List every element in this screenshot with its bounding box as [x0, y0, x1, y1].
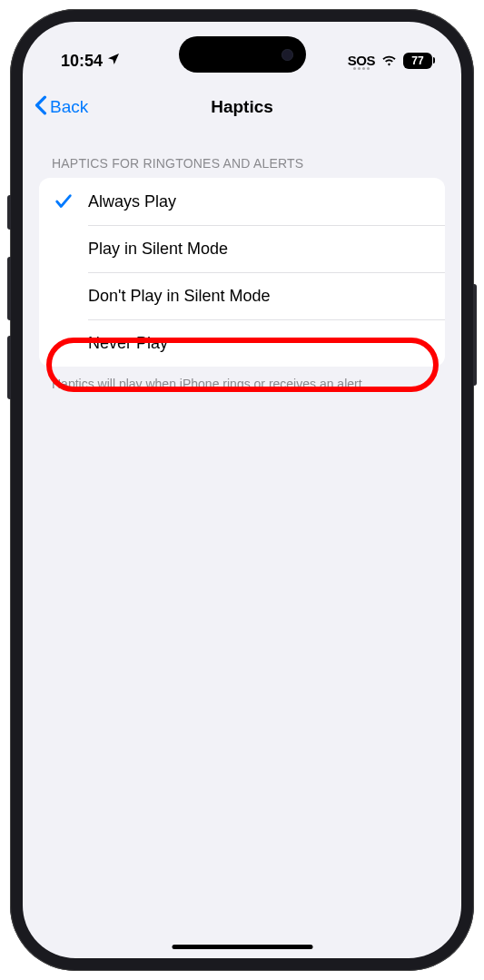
battery-percent: 77	[411, 54, 423, 67]
battery-icon: 77	[403, 53, 432, 69]
option-label: Never Play	[88, 334, 168, 353]
front-camera	[282, 49, 293, 61]
content: HAPTICS FOR RINGTONES AND ALERTS Always …	[23, 131, 461, 393]
power-button	[473, 284, 477, 386]
phone-frame: 10:54 SOS 77	[10, 9, 474, 971]
option-always-play[interactable]: Always Play	[39, 178, 445, 225]
dynamic-island	[179, 36, 306, 73]
checkmark-icon	[54, 191, 88, 211]
home-indicator[interactable]	[172, 945, 312, 949]
volume-up-button	[7, 257, 11, 320]
silent-switch	[7, 195, 11, 230]
back-button[interactable]: Back	[34, 95, 88, 120]
option-label: Don't Play in Silent Mode	[88, 287, 271, 306]
cellular-sos: SOS	[348, 53, 375, 70]
status-time: 10:54	[61, 52, 103, 71]
back-label: Back	[50, 97, 88, 117]
wifi-icon	[380, 54, 398, 69]
chevron-left-icon	[34, 95, 48, 120]
option-label: Always Play	[88, 192, 176, 211]
volume-down-button	[7, 336, 11, 399]
options-list: Always Play Play in Silent Mode Don't Pl…	[39, 178, 445, 367]
section-header: HAPTICS FOR RINGTONES AND ALERTS	[39, 131, 445, 178]
signal-dots-icon	[353, 67, 370, 70]
section-footer: Haptics will play when iPhone rings or r…	[39, 367, 445, 393]
sos-text: SOS	[348, 53, 375, 68]
screen: 10:54 SOS 77	[23, 22, 461, 958]
status-left: 10:54	[61, 52, 121, 71]
page-title: Haptics	[211, 97, 273, 117]
option-dont-play-silent[interactable]: Don't Play in Silent Mode	[39, 272, 445, 319]
option-play-silent[interactable]: Play in Silent Mode	[39, 225, 445, 272]
option-never-play[interactable]: Never Play	[39, 319, 445, 367]
option-label: Play in Silent Mode	[88, 240, 228, 259]
status-right: SOS 77	[348, 53, 432, 70]
nav-bar: Back Haptics	[23, 83, 461, 131]
location-icon	[106, 52, 121, 71]
